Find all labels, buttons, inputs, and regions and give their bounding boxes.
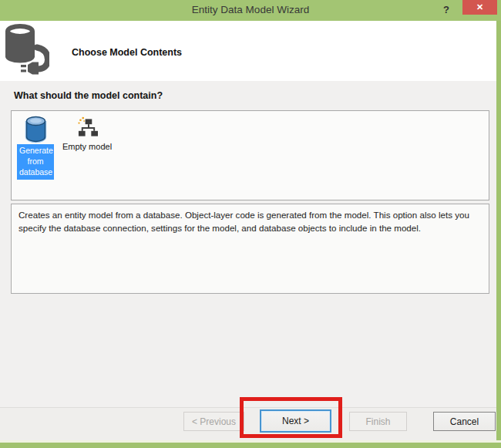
cancel-button[interactable]: Cancel [433,412,496,431]
question-label: What should the model contain? [14,90,163,101]
option-description-text: Creates an entity model from a database.… [12,204,489,239]
option-description-box: Creates an entity model from a database.… [11,204,489,294]
empty-model-icon [77,116,98,138]
wizard-dialog: Entity Data Model Wizard ? ✕ Choose Mode… [0,0,501,448]
close-button[interactable]: ✕ [462,0,497,15]
database-plug-icon [3,24,49,75]
model-content-list: Generate from database [11,110,489,200]
titlebar: Entity Data Model Wizard ? ✕ [0,0,501,21]
option-empty-model[interactable]: Empty model [58,116,116,151]
previous-button: < Previous [183,412,244,431]
window-border-right [496,21,501,448]
option-label: Empty model [62,142,112,151]
page-title: Choose Model Contents [72,47,182,58]
next-button[interactable]: Next > [260,409,331,433]
option-generate-from-database[interactable]: Generate from database [15,116,56,180]
help-button[interactable]: ? [439,2,453,18]
footer-button-bar: < Previous Next > Finish Cancel [0,407,501,442]
finish-button: Finish [349,412,407,431]
close-icon: ✕ [476,2,483,12]
option-label-selected: Generate from database [17,144,54,180]
window-border-bottom [0,443,501,448]
wizard-header: Choose Model Contents [0,21,501,81]
window-title: Entity Data Model Wizard [0,4,501,15]
database-icon [24,116,48,143]
